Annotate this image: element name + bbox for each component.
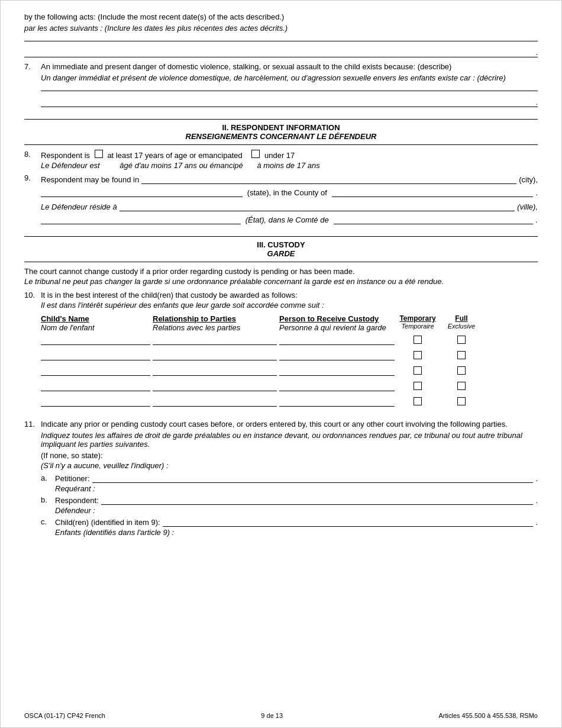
- item-11-c-letter: c.: [41, 517, 51, 537]
- custody-child-2[interactable]: [41, 350, 150, 360]
- item-8-label-fr: Le Défendeur est: [41, 161, 100, 170]
- custody-temp-1[interactable]: [397, 336, 438, 344]
- custody-rel-2[interactable]: [153, 350, 277, 360]
- col-header-temp: Temporary Temporaire: [397, 314, 438, 332]
- checkbox-17-plus[interactable]: [95, 150, 103, 158]
- item-11-subitems: a. Petitioner: . Requérant : b.: [41, 473, 538, 537]
- item-8-line-en: Respondent is at least 17 years of age o…: [41, 150, 538, 160]
- item-11-c-content: Child(ren) (identified in item 9): . Enf…: [55, 517, 538, 537]
- custody-person-1[interactable]: [279, 334, 395, 345]
- section-3-header: III. CUSTODY GARDE: [24, 236, 538, 262]
- custody-rel-1[interactable]: [153, 334, 277, 345]
- checkbox-full-4[interactable]: [457, 382, 466, 390]
- item-8-line-fr: Le Défendeur est âgé d'au moins 17 ans o…: [41, 161, 538, 170]
- item-7-field-2[interactable]: [41, 107, 538, 107]
- item-7-text-en: An immediate and present danger of domes…: [41, 62, 538, 71]
- custody-row-2: [41, 350, 538, 360]
- item-9-state-field[interactable]: [41, 186, 243, 197]
- item-9-city-label: (city),: [519, 175, 538, 184]
- item-11-text-fr: Indiquez toutes les affaires de droit de…: [41, 431, 538, 449]
- custody-full-1[interactable]: [441, 336, 482, 344]
- item-8-option2-fr: à moins de 17 ans: [257, 161, 319, 170]
- custody-temp-4[interactable]: [397, 382, 438, 390]
- item-11-a-letter: a.: [41, 473, 51, 493]
- custody-temp-3[interactable]: [397, 366, 438, 375]
- intro-text-en: by the following acts: (Include the most…: [24, 12, 284, 21]
- checkbox-temp-3[interactable]: [414, 366, 422, 375]
- item-11-num: 11.: [24, 420, 41, 539]
- item-11-a-field[interactable]: [92, 473, 534, 483]
- checkbox-full-1[interactable]: [457, 336, 466, 344]
- item-8-checkbox-2[interactable]: [251, 151, 262, 160]
- custody-full-4[interactable]: [441, 382, 482, 390]
- item-9-etat-field[interactable]: [41, 214, 241, 224]
- section-2-header: II. RESPONDENT INFORMATION RENSEIGNEMENT…: [24, 119, 538, 145]
- custody-child-3[interactable]: [41, 365, 150, 376]
- item-8-option1-fr: âgé d'au moins 17 ans ou émancipé: [119, 161, 243, 170]
- item-8-option1-en: at least 17 years of age or emancipated: [107, 151, 242, 160]
- col-child-fr: Nom de l'enfant: [41, 323, 150, 332]
- custody-note-en: The court cannot change custody if a pri…: [24, 267, 538, 276]
- item-10-text-fr: Il est dans l'intérêt supérieur des enfa…: [41, 301, 538, 310]
- checkbox-full-3[interactable]: [457, 366, 466, 375]
- blank-line-1: [24, 41, 538, 41]
- page: by the following acts: (Include the most…: [0, 0, 562, 728]
- checkbox-full-2[interactable]: [457, 351, 466, 359]
- item-11-c-period: .: [535, 518, 538, 527]
- col-header-rel: Relationship to Parties Relations avec l…: [153, 314, 277, 332]
- custody-row-5: [41, 396, 538, 407]
- custody-person-2[interactable]: [279, 350, 395, 360]
- checkbox-temp-1[interactable]: [414, 336, 422, 344]
- custody-temp-2[interactable]: [397, 351, 438, 359]
- custody-full-2[interactable]: [441, 351, 482, 359]
- item-9-city-field[interactable]: [141, 173, 516, 184]
- item-11-c-row: Child(ren) (identified in item 9): .: [55, 517, 538, 527]
- footer-left: OSCA (01-17) CP42 French: [24, 712, 105, 719]
- col-rel-en: Relationship to Parties: [153, 314, 277, 323]
- checkbox-temp-4[interactable]: [414, 382, 422, 390]
- item-11-a-fr: Requérant :: [55, 484, 538, 493]
- custody-row-1: [41, 334, 538, 345]
- item-7-field-1[interactable]: [41, 91, 538, 91]
- item-11-b-field[interactable]: [101, 495, 534, 505]
- item-11-sub-a: a. Petitioner: . Requérant :: [41, 473, 538, 493]
- item-9-text-fr1: Le Défendeur réside à: [41, 202, 117, 211]
- item-9-comte-field[interactable]: [334, 214, 534, 224]
- intro-text-fr: par les actes suivants : (Inclure les da…: [24, 24, 288, 33]
- item-11-sub-b: b. Respondent: . Défendeur :: [41, 495, 538, 515]
- item-11-a-label-en: Petitioner:: [55, 474, 90, 483]
- item-9-county-field[interactable]: [332, 186, 534, 197]
- custody-person-5[interactable]: [279, 396, 395, 407]
- item-9-num: 9.: [24, 173, 41, 227]
- custody-person-3[interactable]: [279, 365, 395, 376]
- custody-rel-3[interactable]: [153, 365, 277, 376]
- custody-temp-5[interactable]: [397, 397, 438, 405]
- checkbox-under-17[interactable]: [251, 150, 260, 158]
- item-9-etat-label: (État), dans le Comté de: [246, 215, 329, 224]
- custody-child-1[interactable]: [41, 334, 150, 345]
- custody-table-header: Child's Name Nom de l'enfant Relationshi…: [41, 314, 538, 332]
- item-11-a-row: Petitioner: .: [55, 473, 538, 483]
- col-person-en: Person to Receive Custody: [279, 314, 395, 323]
- col-header-child: Child's Name Nom de l'enfant: [41, 314, 150, 332]
- item-9-content: Respondent may be found in (city), (stat…: [41, 173, 538, 227]
- item-8-checkbox-1[interactable]: [95, 151, 105, 160]
- custody-rel-4[interactable]: [153, 381, 277, 391]
- checkbox-temp-5[interactable]: [414, 397, 422, 405]
- item-9-ville-field[interactable]: [119, 201, 515, 211]
- checkbox-temp-2[interactable]: [414, 351, 422, 359]
- item-7-text-fr: Un danger immédiat et présent de violenc…: [41, 73, 538, 82]
- col-header-full: Full Exclusive: [441, 314, 482, 332]
- item-11-c-field[interactable]: [163, 517, 534, 527]
- custody-person-4[interactable]: [279, 381, 395, 391]
- item-11-if-none-fr: (S'il n'y a aucune, veuillez l'indiquer)…: [41, 461, 538, 470]
- custody-rel-5[interactable]: [153, 396, 277, 407]
- custody-full-5[interactable]: [441, 397, 482, 405]
- custody-full-3[interactable]: [441, 366, 482, 375]
- item-10: 10. It is in the best interest of the ch…: [24, 291, 538, 411]
- custody-child-4[interactable]: [41, 381, 150, 391]
- custody-note-fr: Le tribunal ne peut pas changer la garde…: [24, 277, 538, 286]
- custody-child-5[interactable]: [41, 396, 150, 407]
- checkbox-full-5[interactable]: [457, 397, 466, 405]
- custody-row-4: [41, 381, 538, 391]
